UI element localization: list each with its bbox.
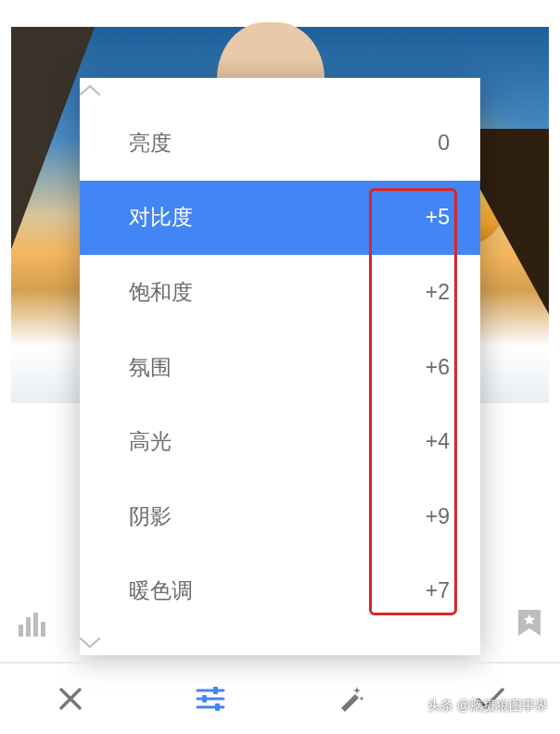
- tune-button[interactable]: [194, 682, 227, 715]
- bookmark-icon[interactable]: [517, 609, 541, 637]
- slider-label: 亮度: [129, 129, 172, 158]
- svg-rect-0: [19, 625, 23, 637]
- close-button[interactable]: [54, 682, 87, 715]
- histogram-icon[interactable]: [19, 613, 46, 637]
- slider-label: 氛围: [129, 353, 172, 382]
- chevron-up-icon[interactable]: [80, 84, 480, 95]
- svg-rect-7: [213, 687, 218, 694]
- auto-wand-button[interactable]: [334, 682, 367, 715]
- slider-label: 对比度: [129, 203, 193, 232]
- svg-rect-9: [215, 703, 220, 711]
- slider-item-contrast[interactable]: 对比度 +5: [80, 181, 480, 256]
- svg-rect-3: [41, 622, 45, 637]
- svg-rect-8: [202, 695, 207, 702]
- slider-value: +7: [426, 578, 450, 603]
- slider-item-ambiance[interactable]: 氛围 +6: [80, 330, 480, 405]
- slider-value: +2: [426, 280, 450, 305]
- slider-item-warmth[interactable]: 暖色调 +7: [80, 554, 480, 629]
- slider-label: 暖色调: [129, 576, 193, 605]
- slider-value: +4: [426, 429, 450, 454]
- slider-list: 亮度 0 对比度 +5 饱和度 +2 氛围 +6 高光 +4 阴影 +9 暖色调…: [80, 106, 480, 628]
- slider-value: +9: [426, 504, 450, 529]
- slider-item-highlights[interactable]: 高光 +4: [80, 404, 480, 479]
- slider-item-shadows[interactable]: 阴影 +9: [80, 479, 480, 554]
- slider-label: 饱和度: [129, 278, 193, 307]
- slider-item-brightness[interactable]: 亮度 0: [80, 106, 480, 181]
- chevron-down-icon[interactable]: [80, 638, 480, 649]
- watermark-text: 头条 @脑摄狼图事界: [427, 698, 548, 715]
- slider-value: +6: [426, 355, 450, 380]
- slider-value: +5: [426, 205, 450, 230]
- svg-rect-2: [33, 613, 38, 637]
- svg-rect-1: [26, 617, 31, 637]
- slider-label: 高光: [129, 427, 172, 456]
- slider-item-saturation[interactable]: 饱和度 +2: [80, 255, 480, 330]
- adjustment-panel: 亮度 0 对比度 +5 饱和度 +2 氛围 +6 高光 +4 阴影 +9 暖色调…: [80, 78, 480, 655]
- slider-label: 阴影: [129, 502, 172, 531]
- slider-value: 0: [438, 131, 450, 156]
